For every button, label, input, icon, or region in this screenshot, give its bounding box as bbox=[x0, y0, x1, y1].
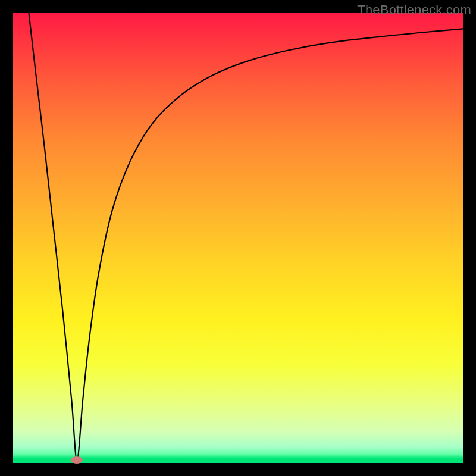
curve-svg bbox=[13, 13, 463, 463]
watermark-text: TheBottleneck.com bbox=[357, 2, 471, 18]
optimum-marker bbox=[71, 456, 83, 464]
chart-root: TheBottleneck.com bbox=[0, 0, 476, 476]
plot-area bbox=[13, 13, 463, 463]
bottleneck-curve bbox=[29, 13, 463, 460]
